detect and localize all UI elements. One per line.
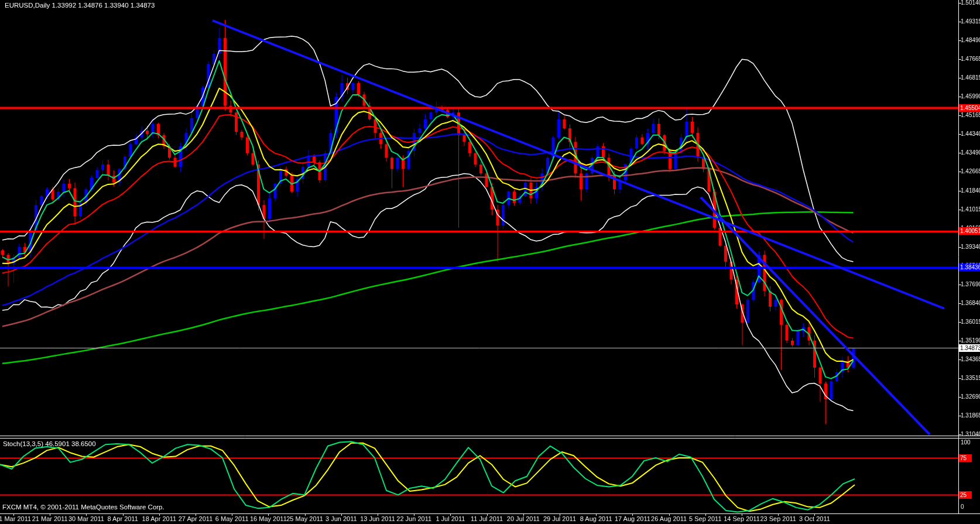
stochastic-indicator-label: Stoch(13,3,5) 46.5901 38.6500 — [3, 440, 96, 447]
price-axis-label: 1.37690 — [961, 282, 980, 287]
stoch-axis-label: 0 — [961, 504, 964, 510]
stoch-level-badge: 25 — [959, 491, 972, 499]
time-axis-label: 26 Aug 2011 — [651, 515, 687, 522]
price-axis-label: 1.32690 — [961, 394, 980, 400]
time-axis-label: 3 Jun 2011 — [325, 515, 357, 522]
stoch-level-badge: 75 — [959, 454, 972, 462]
time-axis-label: 5 Sep 2011 — [689, 515, 721, 522]
time-axis-label: 27 Apr 2011 — [179, 515, 213, 522]
price-axis-label: 1.33515 — [961, 375, 980, 381]
price-axis-label: 1.45165 — [961, 112, 980, 118]
price-axis-label: 1.43490 — [961, 150, 980, 156]
time-axis-label: 21 Mar 2011 — [32, 515, 68, 522]
price-axis-label: 1.31865 — [961, 413, 980, 419]
time-axis-label: 3 Oct 2011 — [799, 515, 830, 522]
chart-title: EURUSD,Daily 1.33992 1.34876 1.33940 1.3… — [5, 2, 155, 9]
price-chart-canvas[interactable] — [0, 0, 980, 524]
time-axis-label: 14 Sep 2011 — [724, 515, 760, 522]
current-price-badge: 1.34873 — [959, 344, 980, 352]
price-axis-label: 1.36015 — [961, 319, 980, 325]
price-axis-label: 1.45990 — [961, 94, 980, 100]
price-axis-label: 1.31040 — [961, 431, 980, 437]
time-axis-label: 8 Aug 2011 — [580, 515, 612, 522]
time-axis-label: 16 May 2011 — [250, 515, 287, 522]
time-axis-label: 29 Jul 2011 — [543, 515, 576, 522]
time-axis-label: 1 Jul 2011 — [436, 515, 465, 522]
time-axis-label: 22 Jun 2011 — [396, 515, 431, 522]
time-axis-label: 11 Jul 2011 — [471, 515, 503, 522]
price-axis-label: 1.47665 — [961, 56, 980, 62]
price-level-badge: 1.45504 — [959, 104, 980, 112]
price-axis-label: 1.34365 — [961, 357, 980, 362]
price-level-badge: 1.40051 — [959, 227, 980, 235]
price-level-badge: 1.38436 — [959, 263, 980, 271]
price-axis-label: 1.50140 — [961, 0, 980, 6]
time-axis-label: 13 Jun 2011 — [360, 515, 395, 522]
time-axis-label: 18 Apr 2011 — [142, 515, 177, 522]
copyright-text: FXCM MT4, © 2001-2011 MetaQuotes Softwar… — [2, 504, 165, 511]
time-axis-label: 25 May 2011 — [286, 515, 323, 522]
price-axis-label: 1.49315 — [961, 19, 980, 25]
price-axis-label: 1.42665 — [961, 169, 980, 174]
price-axis-label: 1.41840 — [961, 188, 980, 194]
time-axis-label: 8 Apr 2011 — [107, 515, 138, 522]
price-axis-label: 1.35190 — [961, 338, 980, 344]
stoch-axis-label: 100 — [961, 440, 971, 446]
time-axis-label: 17 Aug 2011 — [615, 515, 650, 522]
price-axis-label: 1.44340 — [961, 131, 980, 137]
time-axis-label: 23 Sep 2011 — [760, 515, 796, 522]
price-axis-label: 1.36840 — [961, 300, 980, 306]
price-axis-label: 1.46815 — [961, 75, 980, 81]
mt4-chart-window: EURUSD,Daily 1.33992 1.34876 1.33940 1.3… — [0, 0, 980, 524]
price-axis-label: 1.48490 — [961, 37, 980, 43]
time-axis-label: 11 Mar 2011 — [0, 515, 31, 522]
time-axis-label: 30 Mar 2011 — [68, 515, 104, 522]
time-axis-label: 6 May 2011 — [215, 515, 249, 522]
price-axis-label: 1.39340 — [961, 244, 980, 250]
price-axis-label: 1.41015 — [961, 207, 980, 213]
time-axis-label: 20 Jul 2011 — [507, 515, 540, 522]
